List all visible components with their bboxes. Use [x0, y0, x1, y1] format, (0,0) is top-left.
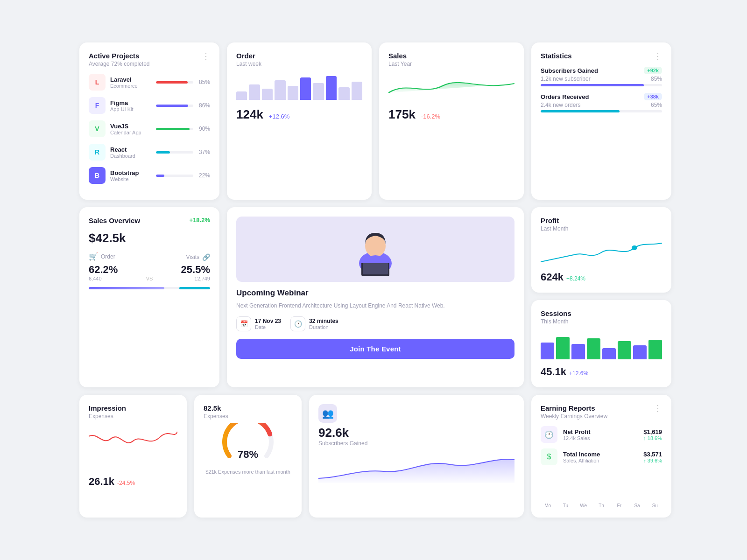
statistics-card: Statistics ⋮ Subscribers Gained +92k 1.2…: [531, 42, 671, 200]
join-event-button[interactable]: Join The Event: [236, 339, 514, 359]
vs-label: VS: [143, 271, 156, 281]
er-bar-col: Fr: [612, 499, 626, 508]
er-bar-col: We: [577, 499, 591, 508]
order-sales-section: Order Last week 124k +12.6% Sales Last Y…: [227, 42, 524, 200]
sessions-bar: [648, 340, 662, 359]
clock-icon: 🕐: [290, 316, 305, 331]
order-change: +12.6%: [269, 113, 289, 120]
earning-reports-card: Earning Reports Weekly Earnings Overview…: [531, 395, 671, 518]
project-info: VueJS Calendar App: [110, 123, 156, 135]
er-bar-col: Su: [648, 499, 662, 508]
sessions-bar: [587, 338, 600, 359]
calendar-icon: 📅: [236, 316, 251, 331]
expenses-gauge: 78%: [204, 423, 292, 465]
er-bar-col: Th: [594, 499, 608, 508]
order-title: Order: [236, 52, 362, 60]
order-bar: [338, 87, 349, 100]
projects-list: L Laravel Ecommerce 85% F Figma App UI K…: [89, 74, 210, 184]
order-icon: 🛒: [89, 252, 98, 261]
er-bar-label: Tu: [563, 503, 568, 508]
profit-card: Profit Last Month 624k +8.24%: [531, 207, 671, 293]
sales-overview-title: Sales Overview: [89, 217, 140, 224]
order-bar: [262, 89, 273, 100]
profit-chart: [541, 238, 662, 266]
active-projects-card: Active Projects Average 72% completed ⋮ …: [79, 42, 219, 200]
visits-progress: [179, 287, 210, 289]
webinar-date: 17 Nov 23: [255, 318, 281, 324]
order-subtitle: Last week: [236, 61, 362, 67]
er-bar-label: We: [580, 503, 587, 508]
earning-reports-title: Earning Reports: [541, 404, 607, 412]
impression-title: Impression: [89, 404, 177, 412]
webinar-duration-label: Duration: [309, 324, 338, 330]
order-bar: [288, 86, 298, 100]
statistics-title: Statistics: [541, 52, 572, 60]
order-bar: [326, 76, 337, 100]
impression-card: Impression Expenses 26.1k -24.5%: [79, 395, 187, 518]
sessions-subtitle: This Month: [541, 318, 571, 325]
order-count: 6,440: [89, 276, 143, 281]
webinar-date-meta: 📅 17 Nov 23 Date: [236, 316, 281, 331]
project-icon: F: [89, 97, 106, 114]
subscribers-value: 92.6k: [318, 426, 514, 440]
er-bar-col: Tu: [558, 499, 572, 508]
expenses-desc: $21k Expenses more than last month: [204, 469, 292, 475]
order-bar: [352, 82, 362, 100]
webinar-desc: Next Generation Frontend Architecture Us…: [236, 301, 514, 310]
active-projects-subtitle: Average 72% completed: [89, 61, 150, 67]
sales-change: -16.2%: [421, 113, 440, 120]
impression-chart: [89, 422, 177, 455]
earning-reports-items: 🕐 Net Profit 12.4k Sales $1,619 ↑ 18.6% …: [541, 426, 662, 465]
er-bar-col: Sa: [630, 499, 644, 508]
er-bar-label: Sa: [634, 503, 640, 508]
sales-title: Sales: [388, 52, 514, 60]
sales-chart: [388, 72, 514, 100]
webinar-duration: 32 minutes: [309, 318, 338, 324]
webinar-title: Upcoming Webinar: [236, 288, 514, 298]
expenses-card: 82.5k Expenses 78% $21k Expenses m: [194, 395, 302, 518]
active-projects-menu[interactable]: ⋮: [202, 52, 210, 60]
sessions-bar: [602, 348, 616, 359]
sales-card: Sales Last Year 175k -16.2%: [379, 42, 524, 200]
project-item: B Bootstrap Website 22%: [89, 167, 210, 184]
profit-value: 624k: [541, 271, 564, 283]
webinar-meta: 📅 17 Nov 23 Date 🕐 32 minutes Duration: [236, 316, 514, 331]
statistics-menu[interactable]: ⋮: [654, 52, 662, 60]
subscribers-chart: [318, 450, 514, 483]
impression-change: -24.5%: [117, 480, 135, 486]
order-bar: [313, 83, 324, 100]
expenses-subtitle: Expenses: [204, 413, 292, 420]
er-bar-label: Th: [599, 503, 604, 508]
earning-reports-menu[interactable]: ⋮: [654, 404, 662, 413]
project-icon: V: [89, 120, 106, 137]
project-info: Bootstrap Website: [110, 169, 156, 182]
earning-report-item: $ Total Income Sales, Affiliation $3,571…: [541, 448, 662, 465]
subscribers-card: 👥 92.6k Subscribers Gained: [309, 395, 524, 518]
bottom-row: Impression Expenses 26.1k -24.5% 82.5k E…: [79, 395, 524, 518]
webinar-banner: [236, 217, 514, 282]
order-bar: [236, 91, 247, 100]
sessions-title: Sessions: [541, 309, 571, 317]
profit-change: +8.24%: [566, 275, 585, 282]
webinar-date-label: Date: [255, 324, 281, 330]
er-bar-label: Su: [652, 503, 658, 508]
webinar-illustration: [347, 219, 403, 280]
project-icon: L: [89, 74, 106, 91]
earning-reports-subtitle: Weekly Earnings Overview: [541, 413, 607, 420]
sessions-bar: [556, 337, 570, 359]
er-bar-col: Mo: [541, 499, 555, 508]
profit-sessions-section: Profit Last Month 624k +8.24% Sessions T…: [531, 207, 671, 387]
stat-item: Orders Received +38k 2.4k new orders 65%: [541, 93, 662, 112]
visits-count: 12,749: [155, 276, 210, 281]
statistics-list: Subscribers Gained +92k 1.2k new subscri…: [541, 67, 662, 112]
project-item: V VueJS Calendar App 90%: [89, 120, 210, 137]
profit-subtitle: Last Month: [541, 225, 568, 232]
webinar-duration-meta: 🕐 32 minutes Duration: [290, 316, 338, 331]
sales-overview-change: +18.2%: [190, 217, 210, 224]
svg-rect-2: [363, 261, 388, 274]
sales-overview-amount: $42.5k: [89, 231, 210, 245]
order-bar: [275, 80, 285, 100]
project-info: Laravel Ecommerce: [110, 76, 156, 89]
project-item: L Laravel Ecommerce 85%: [89, 74, 210, 91]
impression-subtitle: Expenses: [89, 413, 177, 420]
